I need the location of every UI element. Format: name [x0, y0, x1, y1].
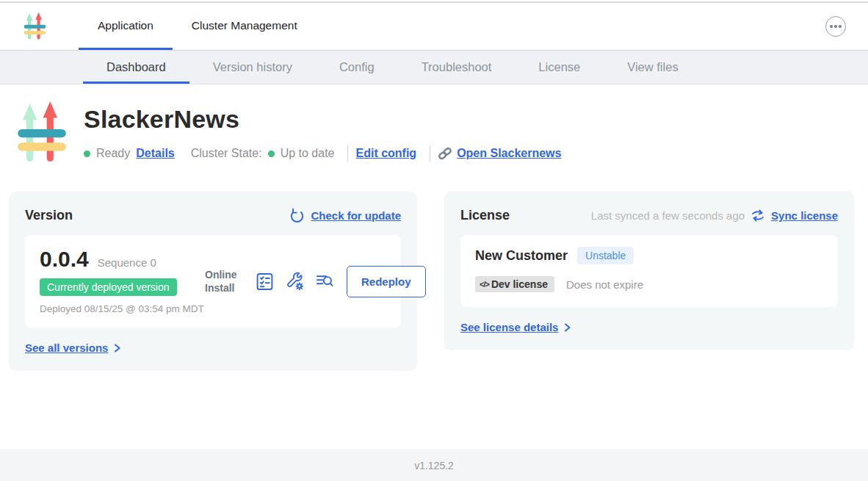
divider — [347, 145, 348, 162]
preflight-checks-icon[interactable] — [255, 272, 275, 292]
tab-cluster-management[interactable]: Cluster Management — [173, 3, 317, 50]
deployed-timestamp: Deployed 08/15/25 @ 03:54 pm MDT — [40, 303, 205, 316]
app-subnav: Dashboard Version history Config Trouble… — [0, 50, 868, 84]
slackernews-logo-icon — [22, 12, 48, 41]
cluster-state-label: Cluster State: — [191, 147, 262, 160]
app-logo — [13, 101, 70, 165]
brand-logo[interactable] — [22, 12, 48, 41]
divider — [430, 145, 430, 162]
top-navbar: Application Cluster Management — [0, 3, 868, 50]
expiry-text: Does not expire — [566, 278, 643, 291]
open-app-link[interactable]: Open Slackernews — [438, 146, 561, 161]
cluster-state-value: Up to date — [281, 147, 335, 160]
details-link[interactable]: Details — [136, 147, 174, 160]
app-info: SlackerNews Ready Details Cluster State:… — [84, 101, 567, 165]
sequence-label: Sequence 0 — [98, 256, 156, 269]
license-card-title: License — [460, 208, 510, 223]
refresh-icon — [289, 208, 305, 223]
channel-badge: Unstable — [577, 247, 634, 264]
sync-icon — [751, 209, 765, 223]
sync-license-link[interactable]: Sync license — [771, 209, 838, 222]
version-card-title: Version — [25, 208, 73, 223]
console-version: v1.125.2 — [414, 460, 454, 471]
tab-version-history[interactable]: Version history — [189, 51, 316, 84]
code-icon: </> — [480, 280, 489, 289]
page-title: SlackerNews — [84, 105, 567, 134]
tab-view-files[interactable]: View files — [604, 51, 701, 84]
license-panel: New Customer Unstable </> Dev license Do… — [460, 235, 838, 307]
cluster-state-dot — [268, 151, 275, 157]
tab-troubleshoot[interactable]: Troubleshoot — [398, 51, 516, 84]
version-details: 0.0.4 Sequence 0 Currently deployed vers… — [40, 247, 205, 316]
chain-link-icon — [438, 146, 452, 161]
dashboard-cards: Version Check for update 0.0.4 Sequence … — [0, 192, 868, 371]
chevron-right-icon — [113, 343, 121, 353]
deploy-logs-icon[interactable] — [315, 272, 335, 292]
configure-icon[interactable] — [285, 272, 305, 292]
current-version-panel: 0.0.4 Sequence 0 Currently deployed vers… — [25, 235, 401, 328]
app-header: SlackerNews Ready Details Cluster State:… — [0, 84, 868, 165]
app-status-text: Ready — [96, 147, 130, 160]
overflow-menu-button[interactable] — [825, 16, 846, 37]
last-synced-text: Last synced a few seconds ago — [591, 209, 745, 222]
see-license-details-link[interactable]: See license details — [460, 321, 571, 333]
version-number: 0.0.4 — [40, 247, 89, 272]
version-card: Version Check for update 0.0.4 Sequence … — [9, 192, 417, 371]
edit-config-link[interactable]: Edit config — [355, 147, 416, 160]
tab-cluster-management-label: Cluster Management — [192, 19, 297, 32]
version-actions: Online Install — [205, 266, 426, 297]
tab-application-label: Application — [98, 19, 153, 32]
chevron-right-icon — [563, 322, 571, 333]
ellipsis-icon — [830, 25, 833, 28]
license-card: License Last synced a few seconds ago Sy… — [444, 192, 854, 350]
app-status-dot — [84, 151, 90, 157]
tab-dashboard[interactable]: Dashboard — [83, 51, 189, 84]
deployed-badge: Currently deployed version — [40, 278, 177, 296]
tab-config[interactable]: Config — [316, 51, 398, 84]
customer-name: New Customer — [475, 248, 568, 264]
app-footer: v1.125.2 — [0, 449, 868, 481]
redeploy-button[interactable]: Redeploy — [347, 266, 426, 297]
see-all-versions-link[interactable]: See all versions — [25, 341, 121, 354]
license-type-badge: </> Dev license — [475, 276, 554, 292]
check-for-update-link[interactable]: Check for update — [311, 209, 401, 222]
primary-tabs: Application Cluster Management — [79, 3, 317, 50]
tab-license[interactable]: License — [515, 51, 604, 84]
install-type-label: Online Install — [205, 268, 243, 294]
tab-application[interactable]: Application — [79, 3, 173, 50]
status-row: Ready Details Cluster State: Up to date … — [84, 145, 567, 162]
